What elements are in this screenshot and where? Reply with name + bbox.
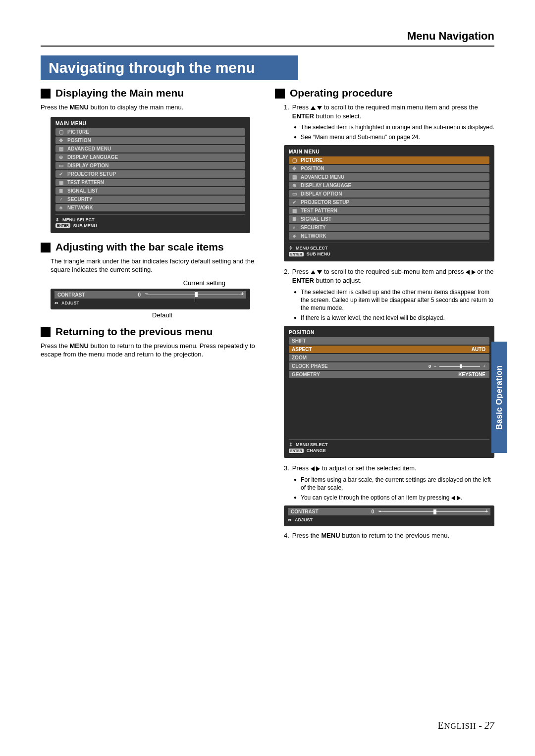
leftright-icon: ⇔ — [54, 301, 58, 305]
down-arrow-icon — [317, 270, 322, 274]
sub-bullet: ●For items using a bar scale, the curren… — [294, 476, 494, 492]
right-arrow-icon — [316, 466, 320, 471]
square-bullet-icon — [41, 243, 51, 252]
display-option-icon: ▭ — [292, 191, 297, 197]
osd-title: MAIN MENU — [55, 120, 245, 128]
bullet-icon: ● — [294, 288, 297, 312]
heading-operating-procedure: Operating procedure — [275, 87, 494, 99]
bullet-icon: ● — [294, 476, 297, 492]
current-marker-icon — [433, 509, 436, 514]
osd-footer: ⇕MENU SELECT ENTERCHANGE — [289, 439, 489, 453]
minus-icon: − — [378, 508, 381, 514]
step-3: 3. Press to adjust or set the selected i… — [284, 464, 494, 473]
up-arrow-icon — [311, 270, 316, 274]
step-number: 2. — [284, 267, 289, 285]
osd-row: ♣NETWORK — [289, 232, 489, 240]
bullet-icon: ● — [294, 133, 297, 141]
down-arrow-icon — [317, 106, 322, 110]
plus-icon: + — [485, 508, 488, 514]
right-column: Operating procedure 1. Press to scroll t… — [275, 87, 494, 543]
up-arrow-icon — [311, 106, 316, 110]
osd-row: ≣SIGNAL LIST — [289, 215, 489, 223]
default-marker-icon — [195, 291, 195, 302]
osd-main-menu-left: MAIN MENU ▢PICTURE ✥POSITION ▤ADVANCED M… — [51, 117, 250, 233]
signal-list-icon: ≣ — [58, 188, 63, 194]
step-1: 1. Press to scroll to the required main … — [284, 103, 494, 120]
contrast-value: 0 — [132, 292, 141, 298]
contrast-row: CONTRAST 0 − + — [288, 508, 490, 515]
sub-bullet-text: You can cycle through the options of an … — [301, 494, 462, 502]
left-arrow-icon — [466, 270, 470, 275]
page-footer: ENGLISH - 27 — [437, 720, 494, 731]
sub-bullet: ●See “Main menu and Sub-menu” on page 24… — [294, 133, 494, 141]
osd-row: ♣NETWORK — [55, 204, 245, 211]
language-icon: ⊕ — [292, 183, 297, 188]
osd-row: ✥POSITION — [55, 137, 245, 144]
position-icon: ✥ — [58, 138, 63, 143]
osd-contrast-right: CONTRAST 0 − + ⇔ADJUST — [284, 505, 494, 526]
network-icon: ♣ — [292, 233, 297, 239]
security-icon: ♂ — [58, 197, 63, 202]
projector-setup-icon: ✔ — [292, 200, 297, 205]
updown-icon: ⇕ — [55, 217, 59, 222]
security-icon: ♂ — [292, 225, 297, 230]
right-arrow-icon — [457, 496, 461, 501]
heading-text: Displaying the Main menu — [55, 87, 184, 99]
updown-icon: ⇕ — [289, 442, 293, 447]
contrast-value: 0 — [365, 509, 374, 514]
body-s3: Press the MENU button to return to the p… — [41, 342, 260, 359]
bullet-icon: ● — [294, 123, 297, 131]
header-rule — [41, 46, 494, 47]
left-arrow-icon — [451, 496, 455, 501]
osd-row-highlighted: ASPECTAUTO — [289, 346, 489, 353]
left-column: Displaying the Main menu Press the MENU … — [41, 87, 260, 543]
step-text: Press to scroll to the required main men… — [292, 103, 494, 120]
osd-row: ▦TEST PATTERN — [55, 179, 245, 186]
page-number: 27 — [484, 720, 494, 731]
label-current-setting: Current setting — [41, 279, 225, 287]
projector-setup-icon: ✔ — [58, 171, 63, 177]
contrast-label: CONTRAST — [291, 509, 360, 514]
bar-scale: − + — [146, 292, 243, 297]
square-bullet-icon — [41, 89, 51, 99]
step-number: 3. — [284, 464, 289, 473]
step-number: 4. — [284, 531, 289, 540]
osd-row: ♂SECURITY — [55, 196, 245, 203]
osd-row: ✥POSITION — [289, 165, 489, 172]
signal-list-icon: ≣ — [292, 216, 297, 222]
osd-row: ▦TEST PATTERN — [289, 207, 489, 214]
osd-row: ▢PICTURE — [55, 128, 245, 136]
step-number: 1. — [284, 103, 289, 120]
osd-row: ▤ADVANCED MENU — [289, 173, 489, 181]
row-value: KEYSTONE — [458, 372, 485, 377]
heading-adjusting-bar-scale: Adjusting with the bar scale items — [41, 241, 260, 253]
heading-displaying-main-menu: Displaying the Main menu — [41, 87, 260, 99]
bar-value: 0 — [428, 364, 431, 369]
osd-title: MAIN MENU — [289, 148, 489, 156]
step-text: Press the MENU button to return to the p… — [292, 531, 449, 540]
osd-row: ≣SIGNAL LIST — [55, 187, 245, 195]
sub-bullet: ●If there is a lower level, the next lev… — [294, 314, 494, 322]
advanced-icon: ▤ — [292, 174, 297, 180]
label-default: Default — [152, 311, 260, 319]
body-s2: The triangle mark under the bar indicate… — [51, 257, 260, 274]
osd-row: ▭DISPLAY OPTION — [289, 190, 489, 198]
section-banner: Navigating through the menu — [41, 55, 298, 80]
osd-footer: ⇕MENU SELECT ENTERSUB MENU — [289, 243, 489, 256]
bar-scale-inline: 0 − + — [428, 364, 485, 369]
bullet-icon: ● — [294, 314, 297, 322]
step-text: Press to scroll to the required sub-menu… — [292, 267, 494, 285]
network-icon: ♣ — [58, 205, 63, 210]
language-icon: ⊕ — [58, 154, 63, 160]
osd-row: ⊕DISPLAY LANGUAGE — [289, 182, 489, 189]
heading-text: Operating procedure — [290, 87, 393, 99]
osd-title: POSITION — [289, 329, 489, 337]
osd-row: ▭DISPLAY OPTION — [55, 162, 245, 169]
advanced-icon: ▤ — [58, 146, 63, 151]
osd-contrast-left: CONTRAST 0 − + ⇔ADJUST — [51, 289, 250, 309]
side-tab-basic-operation: Basic Operation — [491, 342, 507, 453]
square-bullet-icon — [275, 89, 285, 99]
bullet-icon: ● — [294, 494, 297, 502]
osd-row: GEOMETRYKEYSTONE — [289, 371, 489, 378]
osd-row: ⊕DISPLAY LANGUAGE — [55, 153, 245, 161]
